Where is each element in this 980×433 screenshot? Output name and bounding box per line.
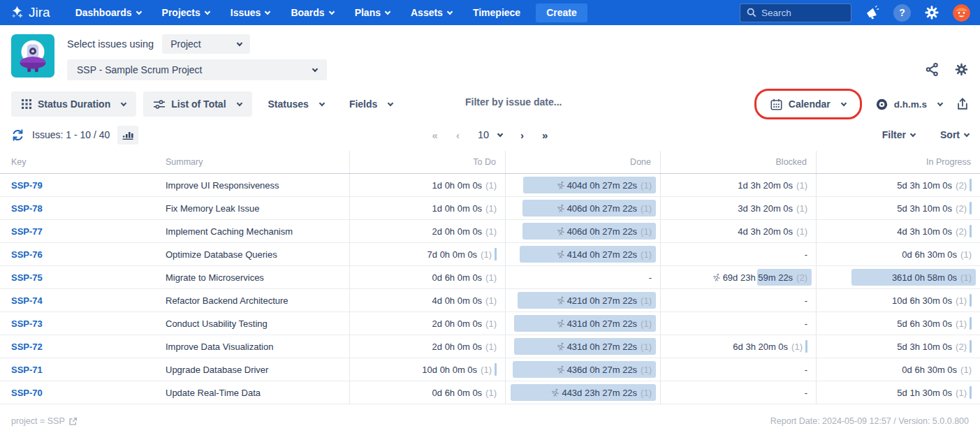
bar-chart-icon xyxy=(122,130,133,140)
issue-key-link[interactable]: SSP-79 xyxy=(11,180,43,191)
issues-count-label: Issues: 1 - 10 / 40 xyxy=(32,129,110,140)
issue-count: (1) xyxy=(641,226,652,237)
jira-logo[interactable]: Jira xyxy=(10,5,50,20)
issue-count: (1) xyxy=(481,365,492,375)
first-page-button[interactable]: « xyxy=(432,129,438,141)
issue-count: (1) xyxy=(641,295,652,306)
announcement-icon[interactable] xyxy=(865,5,880,20)
duration-value: 2d 0h 0m 0s(1) xyxy=(432,342,497,352)
help-icon[interactable]: ? xyxy=(893,4,911,22)
duration-value: - xyxy=(805,295,807,306)
column-header-done[interactable]: Done xyxy=(505,151,660,173)
settings-icon[interactable] xyxy=(924,5,939,20)
project-dropdown[interactable]: SSP - Sample Scrum Project xyxy=(67,59,327,80)
issue-key-link[interactable]: SSP-72 xyxy=(11,342,43,352)
issue-count: (1) xyxy=(796,203,807,214)
done-duration-cell: 443d 23h 27m 22s(1) xyxy=(505,381,660,404)
jql-query-link[interactable]: project = SSP xyxy=(11,416,78,426)
issue-count: (1) xyxy=(641,388,652,398)
date-filter-input[interactable]: Filter by issue date... xyxy=(465,85,562,119)
issue-key-link[interactable]: SSP-76 xyxy=(11,249,43,260)
filter-dropdown[interactable]: Filter xyxy=(882,129,915,140)
page: Jira DashboardsProjectsIssuesBoardsPlans… xyxy=(0,0,980,433)
gear-icon[interactable] xyxy=(954,62,969,77)
pagination-row: Issues: 1 - 10 / 40 « ‹ 10 › » Filter So… xyxy=(0,119,980,151)
report-type-dropdown[interactable]: Status Duration xyxy=(11,91,136,117)
search-input[interactable] xyxy=(761,8,838,18)
duration-value: 414d 0h 27m 22s(1) xyxy=(556,249,652,260)
nav-item-timepiece[interactable]: Timepiece xyxy=(473,7,520,18)
chevron-down-icon xyxy=(385,8,390,14)
issue-key-link[interactable]: SSP-77 xyxy=(11,226,43,237)
column-header-key[interactable]: Key xyxy=(0,151,161,173)
prev-page-button[interactable]: ‹ xyxy=(456,129,460,141)
duration-value: 431d 0h 27m 22s(1) xyxy=(556,318,652,329)
nav-item-boards[interactable]: Boards xyxy=(291,7,333,18)
duration-format-value: d.h.m.s xyxy=(894,99,927,110)
fields-label: Fields xyxy=(349,98,377,110)
issue-key-link[interactable]: SSP-73 xyxy=(11,318,43,329)
running-status-icon xyxy=(550,388,560,397)
sort-dropdown[interactable]: Sort xyxy=(940,129,969,140)
issue-count: (2) xyxy=(956,180,967,191)
inprogress-duration-cell: 5d 3h 10m 0s(2) xyxy=(816,335,980,358)
chart-view-button[interactable] xyxy=(117,126,138,145)
duration-value: 4d 3h 10m 0s(2) xyxy=(897,226,967,237)
issue-key-link[interactable]: SSP-70 xyxy=(11,388,43,398)
chevron-down-icon xyxy=(328,8,334,14)
duration-value: 406d 0h 27m 22s(1) xyxy=(556,203,652,214)
nav-item-plans[interactable]: Plans xyxy=(355,7,390,18)
nav-item-projects[interactable]: Projects xyxy=(162,7,210,18)
search-box[interactable] xyxy=(740,3,851,22)
calendar-dropdown[interactable]: Calendar xyxy=(761,91,855,117)
blocked-duration-cell: 69d 23h 59m 22s(2) xyxy=(660,266,816,288)
chevron-down-icon xyxy=(236,100,242,105)
nav-item-issues[interactable]: Issues xyxy=(231,7,270,18)
create-button[interactable]: Create xyxy=(536,3,587,22)
user-avatar[interactable] xyxy=(953,4,970,22)
report-type-value: Status Duration xyxy=(38,98,110,110)
column-header-inprogress[interactable]: In Progress xyxy=(816,151,980,173)
done-duration-cell: 421d 0h 27m 22s(1) xyxy=(505,289,660,311)
next-page-button[interactable]: › xyxy=(520,129,524,141)
issue-summary: Improve Data Visualization xyxy=(166,342,273,352)
table-row: SSP-78 Fix Memory Leak Issue 1d 0h 0m 0s… xyxy=(0,197,980,220)
view-mode-dropdown[interactable]: List of Total xyxy=(143,91,251,117)
column-header-todo[interactable]: To Do xyxy=(349,151,505,173)
last-page-button[interactable]: » xyxy=(542,129,548,141)
duration-value: 1d 0h 0m 0s(1) xyxy=(432,203,497,214)
page-size-dropdown[interactable]: 10 xyxy=(478,129,502,140)
running-status-icon xyxy=(556,250,565,259)
column-header-summary[interactable]: Summary xyxy=(161,151,349,173)
duration-value: 7d 0h 0m 0s(1) xyxy=(427,249,492,260)
refresh-icon[interactable] xyxy=(11,129,24,142)
issue-count: (1) xyxy=(641,365,652,375)
done-duration-cell: 431d 0h 27m 22s(1) xyxy=(505,312,660,335)
duration-format-dropdown[interactable]: d.h.m.s xyxy=(873,91,945,117)
issue-key-link[interactable]: SSP-78 xyxy=(11,203,43,214)
inprogress-duration-cell: 0d 6h 30m 0s(1) xyxy=(816,358,980,381)
blocked-duration-cell: - xyxy=(660,381,816,404)
table-row: SSP-76 Optimize Database Queries 7d 0h 0… xyxy=(0,243,980,266)
issue-key-link[interactable]: SSP-74 xyxy=(11,295,43,306)
issue-key-link[interactable]: SSP-71 xyxy=(11,365,43,375)
issue-key-link[interactable]: SSP-75 xyxy=(11,272,43,283)
nav-item-dashboards[interactable]: Dashboards xyxy=(75,7,141,18)
nav-item-assets[interactable]: Assets xyxy=(411,7,452,18)
share-icon[interactable] xyxy=(926,63,939,76)
view-mode-value: List of Total xyxy=(171,98,226,110)
statuses-dropdown[interactable]: Statuses xyxy=(259,91,333,117)
table-row: SSP-77 Implement Caching Mechanism 2d 0h… xyxy=(0,220,980,243)
column-header-blocked[interactable]: Blocked xyxy=(660,151,816,173)
fields-dropdown[interactable]: Fields xyxy=(340,91,402,117)
select-issues-label: Select issues using xyxy=(67,38,154,50)
mini-duration-bar xyxy=(970,340,972,353)
issue-count: (2) xyxy=(796,272,807,283)
duration-value: - xyxy=(805,388,807,398)
select-mode-dropdown[interactable]: Project xyxy=(162,34,250,54)
duration-value: 4d 0h 0m 0s(1) xyxy=(432,295,497,306)
mini-duration-bar xyxy=(970,225,972,237)
filter-label: Filter xyxy=(882,129,906,140)
running-status-icon xyxy=(556,204,565,213)
export-icon[interactable] xyxy=(956,98,969,110)
